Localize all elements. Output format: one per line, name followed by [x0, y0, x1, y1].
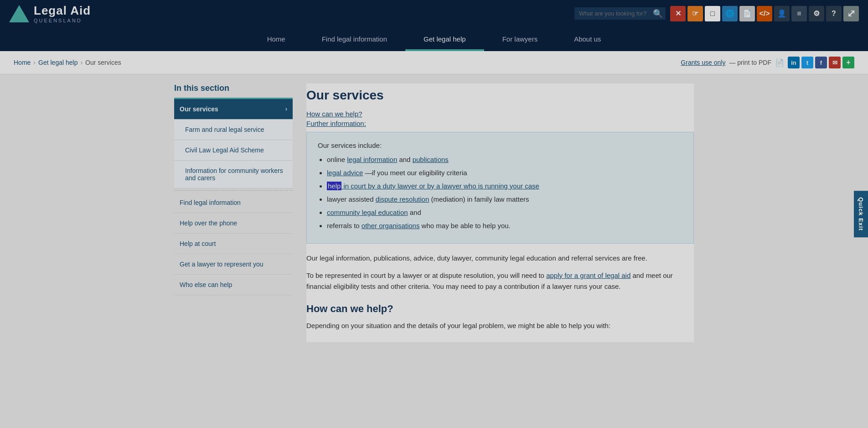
social-icons: in t f ✉ + — [788, 57, 854, 68]
sidebar-label-help-court: Help at court — [180, 240, 216, 247]
nav-home[interactable]: Home — [249, 27, 304, 51]
linkedin-share-button[interactable]: in — [788, 57, 800, 68]
sidebar-label-civil-law: Civil Law Legal Aid Scheme — [185, 146, 264, 154]
breadcrumb-sep1: › — [33, 59, 36, 66]
breadcrumb-get-legal-help[interactable]: Get legal help — [38, 59, 78, 66]
sidebar-item-help-phone[interactable]: Help over the phone — [174, 213, 293, 234]
email-share-button[interactable]: ✉ — [829, 57, 841, 68]
sidebar-label-get-lawyer: Get a lawyer to represent you — [180, 261, 264, 268]
section-how-can-we-help: How can we help? — [306, 303, 694, 315]
list-item: online legal information and publication… — [327, 155, 682, 164]
list-item: legal advice —if you meet our eligibilit… — [327, 168, 682, 177]
list-item: help in court by a duty lawyer or by a l… — [327, 181, 682, 191]
sidebar-item-our-services[interactable]: Our services › — [174, 99, 293, 120]
duty-lawyer-link[interactable]: in court by a duty lawyer or by a lawyer… — [341, 182, 539, 190]
list-item: referrals to other organisations who may… — [327, 221, 682, 230]
nav-bar: Home Find legal information Get legal he… — [0, 27, 868, 51]
community-legal-education-link[interactable]: community legal education — [327, 209, 408, 216]
facebook-share-button[interactable]: f — [815, 57, 827, 68]
sidebar-label-find-legal: Find legal information — [180, 199, 241, 206]
more-share-button[interactable]: + — [842, 57, 854, 68]
services-box-intro: Our services include: — [318, 141, 682, 149]
sidebar-item-farm-rural[interactable]: Farm and rural legal service — [174, 120, 293, 140]
list-item: community legal education and — [327, 208, 682, 217]
logo-area: Legal Aid QUEENSLAND — [9, 4, 91, 23]
toc-links: How can we help? Further information: — [306, 110, 694, 127]
content-para-1: Our legal information, publications, adv… — [306, 253, 694, 264]
para2-pre: To be represented in court by a lawyer o… — [306, 271, 546, 279]
search-button[interactable]: 🔍 — [653, 9, 663, 19]
main-content: Our services How can we help? Further in… — [306, 84, 694, 342]
services-box: Our services include: online legal infor… — [306, 132, 694, 244]
sidebar-item-who-else[interactable]: Who else can help — [174, 275, 293, 295]
top-header: Legal Aid QUEENSLAND 🔍 ✕ ☞ □ 🌐 📄 </> 👤 ≡… — [0, 0, 868, 27]
services-list: online legal information and publication… — [318, 155, 682, 230]
pdf-icon: 📄 — [775, 58, 784, 67]
print-area: Grants use only — print to PDF 📄 in t f … — [681, 57, 854, 68]
sidebar-label-our-services: Our services — [180, 105, 218, 113]
dispute-resolution-link[interactable]: dispute resolution — [376, 195, 429, 203]
grants-use-only-link[interactable]: Grants use only — [681, 59, 725, 66]
white-tool-button[interactable]: □ — [705, 6, 720, 21]
search-input[interactable] — [574, 7, 666, 20]
toc-how-can-we-help[interactable]: How can we help? — [306, 110, 694, 118]
breadcrumb-sep2: › — [80, 59, 83, 66]
toolbar-icons: ✕ ☞ □ 🌐 📄 </> 👤 ≡ ⚙ ? ⤢ — [670, 6, 859, 21]
page-title: Our services — [306, 88, 694, 103]
nav-get-legal-help[interactable]: Get legal help — [405, 27, 484, 51]
cursor-tool-button[interactable]: ☞ — [687, 6, 703, 21]
code-tool-button[interactable]: </> — [757, 6, 772, 21]
list-item: lawyer assisted dispute resolution (medi… — [327, 194, 682, 204]
twitter-share-button[interactable]: t — [801, 57, 813, 68]
quick-exit-button[interactable]: Quick Exit — [854, 191, 868, 237]
nav-find-legal[interactable]: Find legal information — [304, 27, 405, 51]
sidebar-label-help-phone: Help over the phone — [180, 219, 237, 227]
sidebar-item-community-workers[interactable]: Information for community workers and ca… — [174, 161, 293, 188]
main-container: In this section Our services › Farm and … — [160, 74, 708, 351]
settings-tool-button[interactable]: ⚙ — [809, 6, 824, 21]
publications-link[interactable]: publications — [413, 156, 449, 163]
site-subname: QUEENSLAND — [34, 18, 91, 23]
content-para-3: Depending on your situation and the deta… — [306, 320, 694, 331]
breadcrumb-home[interactable]: Home — [14, 59, 31, 66]
sidebar-item-civil-law[interactable]: Civil Law Legal Aid Scheme — [174, 140, 293, 161]
sidebar-label-who-else: Who else can help — [180, 281, 232, 288]
other-organisations-link[interactable]: other organisations — [362, 222, 420, 230]
header-right: 🔍 ✕ ☞ □ 🌐 📄 </> 👤 ≡ ⚙ ? ⤢ — [574, 6, 859, 21]
toc-further-information[interactable]: Further information: — [306, 120, 694, 127]
list-tool-button[interactable]: ≡ — [791, 6, 807, 21]
close-toolbar-button[interactable]: ✕ — [670, 6, 686, 21]
sidebar: In this section Our services › Farm and … — [174, 84, 293, 342]
highlighted-help: help — [327, 182, 341, 190]
doc-tool-button[interactable]: 📄 — [739, 6, 755, 21]
content-para-2: To be represented in court by a lawyer o… — [306, 270, 694, 292]
breadcrumb-current: Our services — [85, 59, 121, 66]
nav-about-us[interactable]: About us — [556, 27, 619, 51]
sidebar-section-title: In this section — [174, 84, 293, 99]
logo-triangle-icon — [9, 5, 29, 22]
grant-legal-aid-link[interactable]: apply for a grant of legal aid — [546, 271, 630, 279]
legal-advice-link[interactable]: legal advice — [327, 169, 363, 177]
legal-information-link[interactable]: legal information — [347, 156, 397, 163]
print-text: — print to PDF — [729, 59, 771, 66]
sidebar-label-farm-rural: Farm and rural legal service — [185, 126, 264, 133]
chevron-icon-0: › — [285, 106, 287, 112]
content-inner: Our services How can we help? Further in… — [306, 84, 694, 342]
site-name: Legal Aid — [34, 4, 91, 17]
user-tool-button[interactable]: 👤 — [774, 6, 790, 21]
sidebar-item-find-legal[interactable]: Find legal information — [174, 193, 293, 213]
sidebar-item-help-court[interactable]: Help at court — [174, 234, 293, 254]
move-tool-button[interactable]: ⤢ — [843, 6, 859, 21]
help-tool-button[interactable]: ? — [826, 6, 842, 21]
sidebar-label-community-workers: Information for community workers and ca… — [185, 167, 287, 182]
breadcrumb-bar: Home › Get legal help › Our services Gra… — [0, 51, 868, 74]
sidebar-divider-1 — [174, 190, 293, 191]
sidebar-item-get-lawyer[interactable]: Get a lawyer to represent you — [174, 254, 293, 275]
globe-tool-button[interactable]: 🌐 — [722, 6, 738, 21]
breadcrumb: Home › Get legal help › Our services — [14, 59, 121, 66]
nav-for-lawyers[interactable]: For lawyers — [484, 27, 556, 51]
